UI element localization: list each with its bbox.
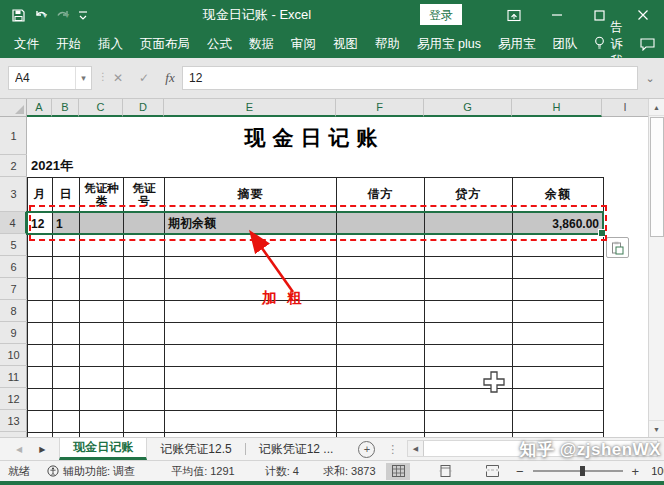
ribbon-tab-review[interactable]: 审阅 [291,36,316,53]
page-layout-view-button[interactable] [433,463,457,480]
cell[interactable] [53,257,80,278]
cell[interactable] [513,257,603,278]
row-header-1[interactable]: 1 [0,117,27,155]
cell[interactable] [28,367,53,388]
cell[interactable] [425,323,513,344]
vertical-scrollbar[interactable]: ▲ ▼ [648,99,664,437]
cell[interactable] [80,367,124,388]
close-button[interactable] [621,0,664,30]
login-button[interactable]: 登录 [420,4,462,25]
cell-balance[interactable]: 3,860.00 [513,213,603,234]
paste-options-button[interactable] [606,237,629,258]
scroll-down-icon[interactable]: ▼ [649,420,664,437]
column-header-A[interactable]: A [27,99,52,117]
row-header-12[interactable]: 12 [0,388,27,410]
cell[interactable] [124,279,165,300]
ribbon-tab-home[interactable]: 开始 [56,36,81,53]
row-header-5[interactable]: 5 [0,234,27,256]
cell[interactable] [165,279,337,300]
cell[interactable] [165,257,337,278]
cell[interactable] [124,367,165,388]
page-break-view-button[interactable] [480,463,504,480]
name-box-input[interactable] [9,70,75,86]
vertical-scrollbar-thumb[interactable] [650,117,664,237]
sheet-tab-voucher-12-5[interactable]: 记账凭证12.5 [147,438,244,460]
expand-formula-bar-icon[interactable]: ⌄ [641,66,659,90]
column-header-G[interactable]: G [424,99,512,117]
previous-sheet-icon[interactable]: ◀ [16,445,22,454]
cell[interactable] [513,345,603,366]
row-header-6[interactable]: 6 [0,256,27,278]
cell[interactable] [337,345,425,366]
ribbon-tab-insert[interactable]: 插入 [98,36,123,53]
insert-function-icon[interactable]: fx [158,66,182,90]
cell[interactable] [124,235,165,256]
cell[interactable] [80,235,124,256]
cell-debit[interactable] [337,213,425,234]
scroll-up-icon[interactable]: ▲ [649,99,664,116]
cell-day[interactable]: 1 [53,213,80,234]
zoom-slider-knob[interactable] [580,466,585,476]
row-header-3[interactable]: 3 [0,177,27,212]
cell[interactable] [165,323,337,344]
cell[interactable] [53,323,80,344]
cell[interactable] [53,345,80,366]
new-sheet-icon[interactable]: + [358,441,375,458]
cell[interactable] [337,279,425,300]
ribbon-tab-file[interactable]: 文件 [14,36,39,53]
ribbon-tab-team[interactable]: 团队 [552,36,577,53]
cell-summary[interactable]: 期初余额 [165,213,337,234]
cell[interactable] [337,301,425,322]
cell[interactable] [53,389,80,410]
column-header-H[interactable]: H [512,99,602,117]
cell[interactable] [337,367,425,388]
row-header-4[interactable]: 4 [0,212,27,234]
cell[interactable] [53,367,80,388]
cell[interactable] [124,411,165,432]
header-cell-credit[interactable]: 贷方 [425,178,513,212]
ribbon-display-options-icon[interactable] [492,0,535,30]
zoom-level[interactable]: 100% [651,465,664,477]
zoom-slider[interactable] [533,470,623,472]
cell[interactable] [28,345,53,366]
sheet-tab-voucher-12[interactable]: 记账凭证12 ... [246,438,347,460]
cell[interactable] [425,345,513,366]
ribbon-tab-yiyongbao[interactable]: 易用宝 [498,36,536,53]
cancel-entry-icon[interactable]: ✕ [106,66,130,90]
header-cell-debit[interactable]: 借方 [337,178,425,212]
cell[interactable] [165,367,337,388]
header-cell-voucher-type[interactable]: 凭证种类 [80,178,124,212]
cell[interactable] [28,257,53,278]
cell[interactable] [80,411,124,432]
row-header-11[interactable]: 11 [0,366,27,388]
cell[interactable] [513,279,603,300]
name-box-dropdown-icon[interactable]: ▾ [75,67,91,89]
cell[interactable] [425,235,513,256]
zoom-out-icon[interactable]: − [516,464,524,479]
year-cell[interactable]: 2021年 [31,157,73,175]
cell[interactable] [165,235,337,256]
ribbon-tab-formulas[interactable]: 公式 [207,36,232,53]
cell[interactable] [337,235,425,256]
cell[interactable] [337,411,425,432]
cell[interactable] [80,301,124,322]
ribbon-tab-view[interactable]: 视图 [333,36,358,53]
cell[interactable] [337,389,425,410]
accessibility-status[interactable]: 辅助功能: 调查 [47,464,135,479]
cell[interactable] [165,389,337,410]
sheet-title-cell[interactable]: 现金日记账 [27,117,602,157]
ribbon-tab-help[interactable]: 帮助 [375,36,400,53]
cell[interactable] [124,257,165,278]
header-cell-month[interactable]: 月 [28,178,53,212]
header-cell-day[interactable]: 日 [53,178,80,212]
row-header-10[interactable]: 10 [0,344,27,366]
header-cell-voucher-no[interactable]: 凭证号 [124,178,165,212]
cell[interactable] [80,345,124,366]
cell[interactable] [80,279,124,300]
header-cell-summary[interactable]: 摘要 [165,178,337,212]
cell[interactable] [513,367,603,388]
sheet-options-dots-icon[interactable]: ⋮ [387,443,398,456]
cell[interactable] [513,235,603,256]
cell[interactable] [425,389,513,410]
row-header-7[interactable]: 7 [0,278,27,300]
